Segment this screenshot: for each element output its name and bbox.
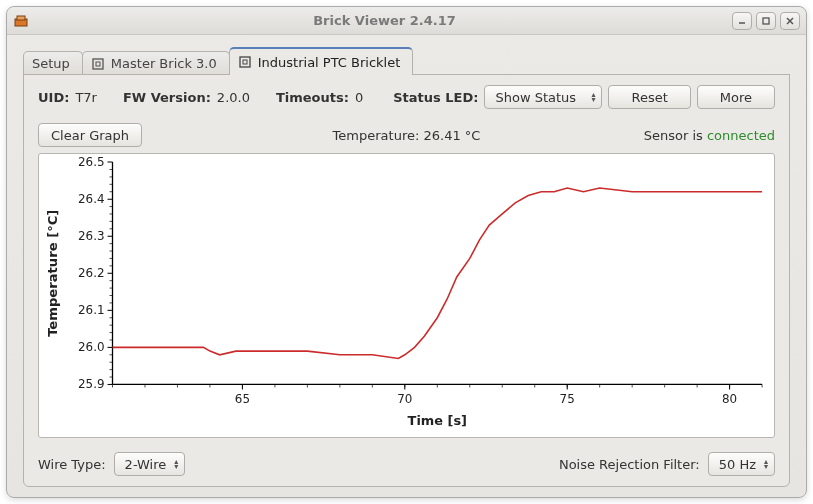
brick-icon: [91, 57, 105, 71]
content-area: Setup Master Brick 3.0 Industrial PTC Br…: [7, 35, 806, 497]
tab-panel: UID: T7r FW Version: 2.0.0 Timeouts: 0 S…: [23, 74, 790, 487]
noise-filter-label: Noise Rejection Filter:: [559, 457, 700, 472]
noise-filter-select[interactable]: 50 Hz ▴▾: [708, 452, 775, 476]
svg-rect-1: [17, 16, 25, 20]
fw-value: 2.0.0: [217, 90, 250, 105]
svg-text:26.3: 26.3: [78, 229, 105, 243]
svg-text:75: 75: [560, 392, 575, 406]
svg-rect-7: [96, 62, 100, 66]
tab-master-brick[interactable]: Master Brick 3.0: [82, 51, 230, 75]
chart: 25.926.026.126.226.326.426.565707580Time…: [38, 153, 775, 438]
tab-label: Industrial PTC Bricklet: [258, 55, 401, 70]
svg-text:26.5: 26.5: [78, 155, 105, 169]
clear-graph-button[interactable]: Clear Graph: [38, 123, 142, 147]
window-title: Brick Viewer 2.4.17: [37, 13, 732, 28]
svg-text:70: 70: [397, 392, 412, 406]
sensor-status: Sensor is connected: [644, 128, 775, 143]
minimize-button[interactable]: [732, 12, 752, 30]
select-value: 50 Hz: [719, 457, 756, 472]
svg-text:65: 65: [235, 392, 250, 406]
chevron-updown-icon: ▴▾: [764, 459, 768, 469]
uid-label: UID:: [38, 90, 69, 105]
select-value: Show Status: [495, 90, 576, 105]
timeouts-value: 0: [355, 90, 363, 105]
status-led-select[interactable]: Show Status ▴▾: [484, 85, 602, 109]
uid-value: T7r: [75, 90, 97, 105]
fw-label: FW Version:: [123, 90, 211, 105]
close-button[interactable]: [780, 12, 800, 30]
svg-rect-8: [240, 57, 250, 67]
more-button[interactable]: More: [697, 85, 775, 109]
svg-text:Temperature [°C]: Temperature [°C]: [45, 210, 60, 337]
svg-rect-9: [243, 60, 247, 64]
chevron-updown-icon: ▴▾: [591, 92, 595, 102]
maximize-button[interactable]: [756, 12, 776, 30]
tab-setup[interactable]: Setup: [23, 51, 83, 75]
info-row: UID: T7r FW Version: 2.0.0 Timeouts: 0 S…: [38, 85, 775, 109]
svg-rect-6: [93, 59, 103, 69]
tab-label: Master Brick 3.0: [111, 56, 217, 71]
button-label: Clear Graph: [51, 128, 129, 143]
titlebar: Brick Viewer 2.4.17: [7, 7, 806, 35]
app-icon: [13, 13, 29, 29]
sensor-state: connected: [707, 128, 775, 143]
svg-text:80: 80: [722, 392, 737, 406]
window-buttons: [732, 12, 800, 30]
reset-button[interactable]: Reset: [608, 85, 690, 109]
status-led-label: Status LED:: [393, 90, 478, 105]
wire-type-select[interactable]: 2-Wire ▴▾: [114, 452, 186, 476]
bricklet-icon: [238, 55, 252, 69]
svg-text:26.0: 26.0: [78, 340, 105, 354]
svg-text:26.1: 26.1: [78, 303, 105, 317]
button-label: Reset: [631, 90, 667, 105]
status-row: Clear Graph Temperature: 26.41 °C Sensor…: [38, 123, 775, 147]
chart-svg: 25.926.026.126.226.326.426.565707580Time…: [39, 154, 774, 437]
chevron-updown-icon: ▴▾: [174, 459, 178, 469]
select-value: 2-Wire: [125, 457, 167, 472]
svg-text:26.2: 26.2: [78, 266, 105, 280]
tab-bar: Setup Master Brick 3.0 Industrial PTC Br…: [23, 47, 790, 75]
svg-text:26.4: 26.4: [78, 192, 105, 206]
svg-text:Time [s]: Time [s]: [408, 413, 467, 428]
wire-type-label: Wire Type:: [38, 457, 106, 472]
app-window: Brick Viewer 2.4.17 Setup Master Brick 3…: [6, 6, 807, 498]
tab-industrial-ptc[interactable]: Industrial PTC Bricklet: [229, 47, 414, 75]
svg-rect-3: [763, 18, 769, 24]
svg-text:25.9: 25.9: [78, 377, 105, 391]
timeouts-label: Timeouts:: [276, 90, 349, 105]
button-label: More: [720, 90, 752, 105]
bottom-row: Wire Type: 2-Wire ▴▾ Noise Rejection Fil…: [38, 452, 775, 476]
tab-label: Setup: [32, 56, 70, 71]
